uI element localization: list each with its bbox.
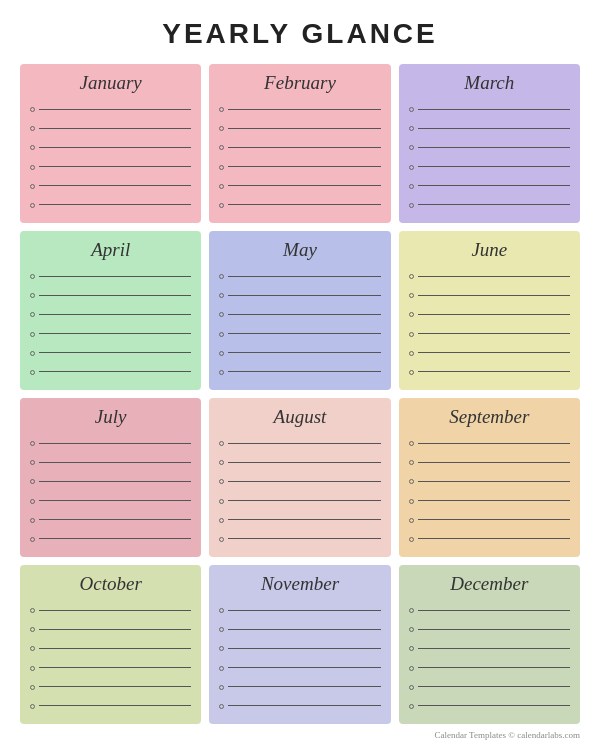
month-name-january: January (30, 72, 191, 94)
lines-area-february (219, 100, 380, 215)
lines-area-january (30, 100, 191, 215)
line-row (30, 666, 191, 671)
entry-line (418, 481, 570, 482)
bullet-dot (219, 370, 224, 375)
line-row (219, 666, 380, 671)
month-card-july: July (20, 398, 201, 557)
entry-line (418, 538, 570, 539)
line-row (30, 274, 191, 279)
bullet-dot (219, 274, 224, 279)
line-row (30, 184, 191, 189)
month-card-april: April (20, 231, 201, 390)
entry-line (228, 185, 380, 186)
lines-area-september (409, 434, 570, 549)
line-row (219, 608, 380, 613)
bullet-dot (219, 685, 224, 690)
entry-line (39, 185, 191, 186)
bullet-dot (409, 460, 414, 465)
bullet-dot (219, 704, 224, 709)
line-row (409, 351, 570, 356)
entry-line (39, 276, 191, 277)
line-row (219, 126, 380, 131)
bullet-dot (219, 627, 224, 632)
bullet-dot (219, 608, 224, 613)
line-row (409, 518, 570, 523)
line-row (409, 627, 570, 632)
line-row (219, 441, 380, 446)
entry-line (228, 276, 380, 277)
month-name-november: November (219, 573, 380, 595)
bullet-dot (30, 479, 35, 484)
entry-line (39, 686, 191, 687)
entry-line (418, 276, 570, 277)
lines-area-march (409, 100, 570, 215)
line-row (219, 274, 380, 279)
entry-line (228, 204, 380, 205)
bullet-dot (219, 351, 224, 356)
line-row (219, 203, 380, 208)
line-row (219, 646, 380, 651)
bullet-dot (30, 704, 35, 709)
bullet-dot (30, 608, 35, 613)
bullet-dot (409, 518, 414, 523)
entry-line (39, 166, 191, 167)
entry-line (39, 705, 191, 706)
bullet-dot (409, 627, 414, 632)
month-card-february: February (209, 64, 390, 223)
bullet-dot (30, 274, 35, 279)
entry-line (228, 610, 380, 611)
bullet-dot (409, 479, 414, 484)
entry-line (228, 166, 380, 167)
line-row (30, 126, 191, 131)
line-row (30, 460, 191, 465)
bullet-dot (219, 537, 224, 542)
entry-line (228, 462, 380, 463)
line-row (409, 685, 570, 690)
line-row (30, 370, 191, 375)
bullet-dot (409, 203, 414, 208)
bullet-dot (30, 351, 35, 356)
line-row (409, 370, 570, 375)
entry-line (228, 500, 380, 501)
entry-line (39, 519, 191, 520)
line-row (30, 351, 191, 356)
bullet-dot (30, 126, 35, 131)
line-row (30, 685, 191, 690)
bullet-dot (30, 165, 35, 170)
bullet-dot (409, 646, 414, 651)
bullet-dot (219, 646, 224, 651)
bullet-dot (409, 107, 414, 112)
bullet-dot (30, 145, 35, 150)
entry-line (228, 667, 380, 668)
line-row (219, 351, 380, 356)
month-card-may: May (209, 231, 390, 390)
month-name-december: December (409, 573, 570, 595)
bullet-dot (409, 370, 414, 375)
line-row (30, 107, 191, 112)
entry-line (418, 333, 570, 334)
entry-line (418, 371, 570, 372)
entry-line (418, 500, 570, 501)
lines-area-august (219, 434, 380, 549)
line-row (219, 165, 380, 170)
month-name-may: May (219, 239, 380, 261)
entry-line (228, 371, 380, 372)
month-name-march: March (409, 72, 570, 94)
bullet-dot (219, 666, 224, 671)
line-row (409, 479, 570, 484)
bullet-dot (219, 460, 224, 465)
line-row (409, 312, 570, 317)
line-row (219, 370, 380, 375)
bullet-dot (219, 441, 224, 446)
bullet-dot (409, 145, 414, 150)
footer-text: Calendar Templates © calendarlabs.com (20, 730, 580, 740)
bullet-dot (409, 499, 414, 504)
entry-line (39, 481, 191, 482)
bullet-dot (219, 499, 224, 504)
entry-line (39, 109, 191, 110)
month-name-august: August (219, 406, 380, 428)
line-row (409, 608, 570, 613)
line-row (219, 685, 380, 690)
line-row (30, 293, 191, 298)
month-name-february: February (219, 72, 380, 94)
